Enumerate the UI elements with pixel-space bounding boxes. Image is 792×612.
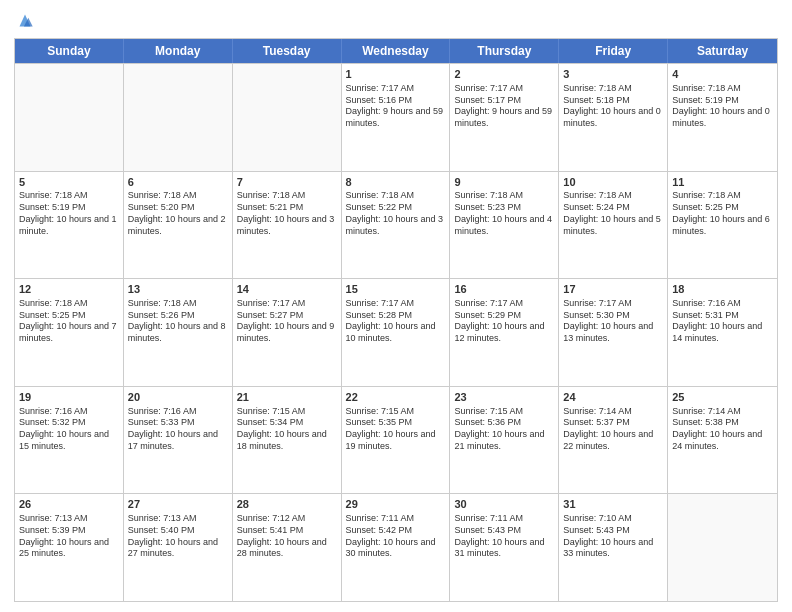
day-number: 19: [19, 390, 119, 405]
calendar-cell-2-4: 8Sunrise: 7:18 AM Sunset: 5:22 PM Daylig…: [342, 172, 451, 279]
calendar-cell-5-6: 31Sunrise: 7:10 AM Sunset: 5:43 PM Dayli…: [559, 494, 668, 601]
header-day-monday: Monday: [124, 39, 233, 63]
header-day-tuesday: Tuesday: [233, 39, 342, 63]
day-info: Sunrise: 7:14 AM Sunset: 5:38 PM Dayligh…: [672, 406, 773, 453]
calendar-cell-2-7: 11Sunrise: 7:18 AM Sunset: 5:25 PM Dayli…: [668, 172, 777, 279]
day-number: 12: [19, 282, 119, 297]
calendar-cell-2-2: 6Sunrise: 7:18 AM Sunset: 5:20 PM Daylig…: [124, 172, 233, 279]
calendar-cell-4-3: 21Sunrise: 7:15 AM Sunset: 5:34 PM Dayli…: [233, 387, 342, 494]
calendar-cell-2-1: 5Sunrise: 7:18 AM Sunset: 5:19 PM Daylig…: [15, 172, 124, 279]
calendar-cell-1-7: 4Sunrise: 7:18 AM Sunset: 5:19 PM Daylig…: [668, 64, 777, 171]
day-info: Sunrise: 7:15 AM Sunset: 5:34 PM Dayligh…: [237, 406, 337, 453]
day-info: Sunrise: 7:18 AM Sunset: 5:22 PM Dayligh…: [346, 190, 446, 237]
calendar-cell-5-3: 28Sunrise: 7:12 AM Sunset: 5:41 PM Dayli…: [233, 494, 342, 601]
day-number: 7: [237, 175, 337, 190]
day-info: Sunrise: 7:17 AM Sunset: 5:16 PM Dayligh…: [346, 83, 446, 130]
calendar-cell-4-4: 22Sunrise: 7:15 AM Sunset: 5:35 PM Dayli…: [342, 387, 451, 494]
day-info: Sunrise: 7:18 AM Sunset: 5:25 PM Dayligh…: [19, 298, 119, 345]
calendar-cell-4-1: 19Sunrise: 7:16 AM Sunset: 5:32 PM Dayli…: [15, 387, 124, 494]
day-info: Sunrise: 7:18 AM Sunset: 5:24 PM Dayligh…: [563, 190, 663, 237]
calendar-cell-2-6: 10Sunrise: 7:18 AM Sunset: 5:24 PM Dayli…: [559, 172, 668, 279]
day-info: Sunrise: 7:18 AM Sunset: 5:26 PM Dayligh…: [128, 298, 228, 345]
day-info: Sunrise: 7:18 AM Sunset: 5:18 PM Dayligh…: [563, 83, 663, 130]
day-number: 24: [563, 390, 663, 405]
day-info: Sunrise: 7:11 AM Sunset: 5:42 PM Dayligh…: [346, 513, 446, 560]
day-info: Sunrise: 7:18 AM Sunset: 5:20 PM Dayligh…: [128, 190, 228, 237]
day-info: Sunrise: 7:11 AM Sunset: 5:43 PM Dayligh…: [454, 513, 554, 560]
calendar-cell-3-3: 14Sunrise: 7:17 AM Sunset: 5:27 PM Dayli…: [233, 279, 342, 386]
day-info: Sunrise: 7:17 AM Sunset: 5:17 PM Dayligh…: [454, 83, 554, 130]
logo-icon: [14, 10, 36, 32]
calendar-cell-5-5: 30Sunrise: 7:11 AM Sunset: 5:43 PM Dayli…: [450, 494, 559, 601]
day-info: Sunrise: 7:18 AM Sunset: 5:19 PM Dayligh…: [19, 190, 119, 237]
calendar-cell-1-4: 1Sunrise: 7:17 AM Sunset: 5:16 PM Daylig…: [342, 64, 451, 171]
day-info: Sunrise: 7:17 AM Sunset: 5:30 PM Dayligh…: [563, 298, 663, 345]
calendar-row-3: 12Sunrise: 7:18 AM Sunset: 5:25 PM Dayli…: [15, 278, 777, 386]
calendar-row-4: 19Sunrise: 7:16 AM Sunset: 5:32 PM Dayli…: [15, 386, 777, 494]
day-info: Sunrise: 7:16 AM Sunset: 5:31 PM Dayligh…: [672, 298, 773, 345]
day-number: 14: [237, 282, 337, 297]
calendar-cell-5-2: 27Sunrise: 7:13 AM Sunset: 5:40 PM Dayli…: [124, 494, 233, 601]
day-number: 27: [128, 497, 228, 512]
calendar-cell-5-7: [668, 494, 777, 601]
calendar-cell-3-1: 12Sunrise: 7:18 AM Sunset: 5:25 PM Dayli…: [15, 279, 124, 386]
calendar-cell-1-5: 2Sunrise: 7:17 AM Sunset: 5:17 PM Daylig…: [450, 64, 559, 171]
day-number: 4: [672, 67, 773, 82]
day-number: 10: [563, 175, 663, 190]
day-number: 5: [19, 175, 119, 190]
calendar-cell-1-1: [15, 64, 124, 171]
day-number: 13: [128, 282, 228, 297]
header-day-wednesday: Wednesday: [342, 39, 451, 63]
calendar-cell-3-2: 13Sunrise: 7:18 AM Sunset: 5:26 PM Dayli…: [124, 279, 233, 386]
calendar-row-5: 26Sunrise: 7:13 AM Sunset: 5:39 PM Dayli…: [15, 493, 777, 601]
calendar-cell-5-4: 29Sunrise: 7:11 AM Sunset: 5:42 PM Dayli…: [342, 494, 451, 601]
calendar-cell-4-6: 24Sunrise: 7:14 AM Sunset: 5:37 PM Dayli…: [559, 387, 668, 494]
day-info: Sunrise: 7:18 AM Sunset: 5:21 PM Dayligh…: [237, 190, 337, 237]
day-number: 26: [19, 497, 119, 512]
calendar-cell-3-6: 17Sunrise: 7:17 AM Sunset: 5:30 PM Dayli…: [559, 279, 668, 386]
calendar-cell-5-1: 26Sunrise: 7:13 AM Sunset: 5:39 PM Dayli…: [15, 494, 124, 601]
header-day-sunday: Sunday: [15, 39, 124, 63]
calendar-cell-1-3: [233, 64, 342, 171]
day-info: Sunrise: 7:12 AM Sunset: 5:41 PM Dayligh…: [237, 513, 337, 560]
calendar-row-2: 5Sunrise: 7:18 AM Sunset: 5:19 PM Daylig…: [15, 171, 777, 279]
logo: [14, 10, 40, 32]
calendar-cell-4-5: 23Sunrise: 7:15 AM Sunset: 5:36 PM Dayli…: [450, 387, 559, 494]
day-number: 28: [237, 497, 337, 512]
calendar-cell-3-4: 15Sunrise: 7:17 AM Sunset: 5:28 PM Dayli…: [342, 279, 451, 386]
calendar: SundayMondayTuesdayWednesdayThursdayFrid…: [14, 38, 778, 602]
calendar-cell-2-5: 9Sunrise: 7:18 AM Sunset: 5:23 PM Daylig…: [450, 172, 559, 279]
calendar-cell-3-7: 18Sunrise: 7:16 AM Sunset: 5:31 PM Dayli…: [668, 279, 777, 386]
day-info: Sunrise: 7:17 AM Sunset: 5:28 PM Dayligh…: [346, 298, 446, 345]
day-number: 15: [346, 282, 446, 297]
header: [14, 10, 778, 32]
day-number: 25: [672, 390, 773, 405]
header-day-saturday: Saturday: [668, 39, 777, 63]
day-number: 21: [237, 390, 337, 405]
day-info: Sunrise: 7:18 AM Sunset: 5:25 PM Dayligh…: [672, 190, 773, 237]
day-number: 20: [128, 390, 228, 405]
day-number: 30: [454, 497, 554, 512]
header-day-friday: Friday: [559, 39, 668, 63]
day-info: Sunrise: 7:18 AM Sunset: 5:23 PM Dayligh…: [454, 190, 554, 237]
calendar-cell-3-5: 16Sunrise: 7:17 AM Sunset: 5:29 PM Dayli…: [450, 279, 559, 386]
day-number: 18: [672, 282, 773, 297]
day-number: 17: [563, 282, 663, 297]
day-info: Sunrise: 7:17 AM Sunset: 5:27 PM Dayligh…: [237, 298, 337, 345]
calendar-cell-1-6: 3Sunrise: 7:18 AM Sunset: 5:18 PM Daylig…: [559, 64, 668, 171]
day-number: 31: [563, 497, 663, 512]
calendar-header: SundayMondayTuesdayWednesdayThursdayFrid…: [15, 39, 777, 63]
day-info: Sunrise: 7:16 AM Sunset: 5:33 PM Dayligh…: [128, 406, 228, 453]
day-number: 23: [454, 390, 554, 405]
day-info: Sunrise: 7:10 AM Sunset: 5:43 PM Dayligh…: [563, 513, 663, 560]
day-number: 29: [346, 497, 446, 512]
day-number: 2: [454, 67, 554, 82]
day-info: Sunrise: 7:17 AM Sunset: 5:29 PM Dayligh…: [454, 298, 554, 345]
calendar-cell-1-2: [124, 64, 233, 171]
day-number: 3: [563, 67, 663, 82]
day-number: 22: [346, 390, 446, 405]
day-info: Sunrise: 7:15 AM Sunset: 5:35 PM Dayligh…: [346, 406, 446, 453]
day-number: 8: [346, 175, 446, 190]
day-number: 1: [346, 67, 446, 82]
day-number: 16: [454, 282, 554, 297]
